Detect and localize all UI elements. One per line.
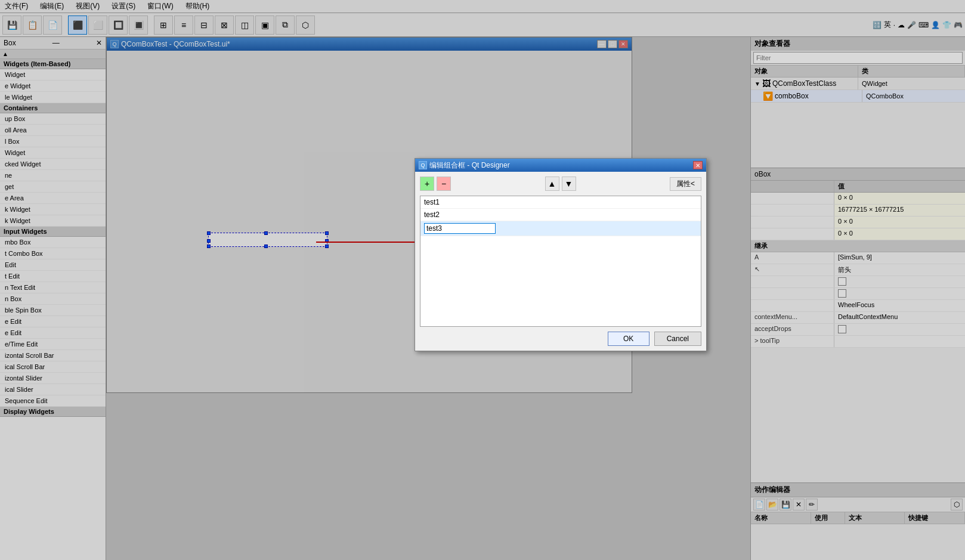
scroll-up-btn[interactable]: ▲ bbox=[0, 49, 11, 58]
expand-icon-0[interactable]: ▼ bbox=[754, 81, 760, 87]
widget-item-eedit[interactable]: e Edit bbox=[0, 316, 106, 327]
action-expand-btn[interactable]: ⬡ bbox=[951, 499, 963, 511]
prop-row-acceptdrops: acceptDrops bbox=[751, 324, 965, 336]
widget-item-hslider[interactable]: izontal Slider bbox=[0, 373, 106, 384]
canvas-combobox-widget[interactable] bbox=[208, 233, 327, 247]
widget-item-combobox[interactable]: mbo Box bbox=[0, 237, 106, 248]
action-open-btn[interactable]: 📂 bbox=[766, 499, 778, 511]
toolbar-layout4[interactable]: ⊠ bbox=[215, 16, 234, 35]
widget-item-ne[interactable]: ne bbox=[0, 170, 106, 181]
menu-edit[interactable]: 编辑(E) bbox=[38, 0, 66, 13]
widget-item-lbox[interactable]: l Box bbox=[0, 136, 106, 147]
widget-item-upbox[interactable]: up Box bbox=[0, 113, 106, 125]
prop-value-check1[interactable] bbox=[834, 276, 965, 287]
widget-item-eedit2[interactable]: e Edit bbox=[0, 327, 106, 339]
toolbar-btn4[interactable]: 🔳 bbox=[129, 16, 148, 35]
prop-name-font: A bbox=[751, 252, 834, 264]
dialog-list-item-1[interactable]: test2 bbox=[420, 209, 701, 221]
widget-item-widget1[interactable]: Widget bbox=[0, 69, 106, 81]
obj-inspector-filter-input[interactable] bbox=[753, 52, 963, 64]
menu-window[interactable]: 窗口(W) bbox=[145, 0, 175, 13]
dialog-body: + − ▲ ▼ 属性< test1 test2 OK Cancel bbox=[415, 172, 706, 351]
widget-item-seqedit[interactable]: Sequence Edit bbox=[0, 395, 106, 407]
menu-file[interactable]: 文件(F) bbox=[2, 0, 30, 13]
toolbar-new[interactable]: 📄 bbox=[43, 16, 62, 35]
widget-item-get[interactable]: get bbox=[0, 181, 106, 193]
toolbar-layout6[interactable]: ▣ bbox=[255, 16, 274, 35]
action-edit-btn[interactable]: ✏ bbox=[806, 499, 818, 511]
toolbar-btn2[interactable]: ⬜ bbox=[88, 16, 107, 35]
widget-item-hscrollbar[interactable]: izontal Scroll Bar bbox=[0, 350, 106, 361]
dialog-titlebar: Q 编辑组合框 - Qt Designer ✕ bbox=[415, 159, 706, 172]
widget-item-tcombobox[interactable]: t Combo Box bbox=[0, 248, 106, 259]
obj-row-0[interactable]: ▼ 🖼 QComBoxTestClass QWidget bbox=[751, 78, 965, 90]
toolbar-save[interactable]: 💾 bbox=[2, 16, 21, 35]
toolbar-layout3[interactable]: ⊟ bbox=[194, 16, 214, 35]
checkbox-2[interactable] bbox=[838, 289, 846, 298]
obj-row-1[interactable]: 🔽 comboBox QComboBox bbox=[751, 90, 965, 103]
dialog-list-item-0[interactable]: test1 bbox=[420, 196, 701, 209]
action-save-btn[interactable]: 💾 bbox=[780, 499, 791, 511]
menu-help[interactable]: 帮助(H) bbox=[183, 0, 212, 13]
toolbar-btn3[interactable]: 🔲 bbox=[109, 16, 128, 35]
dialog-item-list[interactable]: test1 test2 bbox=[420, 196, 701, 327]
prop-value-check2[interactable] bbox=[834, 288, 965, 299]
widget-item-ntextedit[interactable]: n Text Edit bbox=[0, 282, 106, 293]
dialog-move-down-btn[interactable]: ▼ bbox=[562, 177, 576, 191]
widget-item-stackedwidget[interactable]: cked Widget bbox=[0, 159, 106, 170]
toolbar-select[interactable]: ⬛ bbox=[68, 16, 87, 35]
widget-item-tedit[interactable]: t Edit bbox=[0, 271, 106, 282]
widget-item-doublespinbox[interactable]: ble Spin Box bbox=[0, 305, 106, 316]
minimize-icon[interactable]: — bbox=[52, 39, 60, 47]
widget-item-kwidget1[interactable]: k Widget bbox=[0, 204, 106, 215]
edit-combobox-dialog[interactable]: Q 编辑组合框 - Qt Designer ✕ + − ▲ ▼ 属性< test… bbox=[415, 158, 707, 351]
dialog-cancel-button[interactable]: Cancel bbox=[654, 332, 701, 346]
qt-window-close[interactable]: ✕ bbox=[618, 40, 628, 48]
prop-row-1: 16777215 × 16777215 bbox=[751, 205, 965, 216]
action-new-btn[interactable]: 📄 bbox=[753, 499, 765, 511]
dialog-list-item-2[interactable] bbox=[420, 221, 701, 236]
prop-value-acceptdrops[interactable] bbox=[834, 324, 965, 335]
action-delete-btn[interactable]: ✕ bbox=[793, 499, 805, 511]
qt-window-restore[interactable]: □ bbox=[608, 40, 617, 48]
toolbar-layout5[interactable]: ◫ bbox=[235, 16, 254, 35]
dialog-move-up-btn[interactable]: ▲ bbox=[545, 177, 559, 191]
ime-icon9: 🎮 bbox=[954, 21, 963, 29]
prop-value-1: 16777215 × 16777215 bbox=[834, 205, 965, 216]
prop-row-2: 0 × 0 bbox=[751, 216, 965, 228]
toolbar-copy[interactable]: 📋 bbox=[23, 16, 42, 35]
prop-name-2 bbox=[751, 216, 834, 228]
menu-settings[interactable]: 设置(S) bbox=[109, 0, 138, 13]
widget-item-lewidget[interactable]: le Widget bbox=[0, 92, 106, 103]
widget-item-datetimeedit[interactable]: e/Time Edit bbox=[0, 339, 106, 350]
toolbar-layout8[interactable]: ⬡ bbox=[296, 16, 315, 35]
widget-item-vslider[interactable]: ical Slider bbox=[0, 384, 106, 395]
toolbar-layout7[interactable]: ⧉ bbox=[276, 16, 295, 35]
category-display: Display Widgets bbox=[0, 407, 106, 417]
checkbox-1[interactable] bbox=[838, 277, 846, 286]
widget-item-earea[interactable]: e Area bbox=[0, 193, 106, 204]
menu-view[interactable]: 视图(V) bbox=[73, 0, 102, 13]
widget-item-scrollarea[interactable]: oll Area bbox=[0, 125, 106, 136]
prop-name-tooltip: > toolTip bbox=[751, 336, 834, 347]
dialog-remove-item-btn[interactable]: − bbox=[437, 177, 451, 191]
close-icon[interactable]: ✕ bbox=[96, 39, 102, 47]
checkbox-acceptdrops[interactable] bbox=[838, 325, 846, 333]
dialog-ok-button[interactable]: OK bbox=[608, 332, 649, 346]
dialog-close-button[interactable]: ✕ bbox=[693, 161, 703, 169]
widget-item-vscrollbar[interactable]: ical Scroll Bar bbox=[0, 361, 106, 373]
toolbar-layout1[interactable]: ⊞ bbox=[154, 16, 173, 35]
toolbar-layout2[interactable]: ≡ bbox=[174, 16, 193, 35]
widget-item-nbox[interactable]: n Box bbox=[0, 293, 106, 305]
dialog-add-item-btn[interactable]: + bbox=[420, 177, 434, 191]
prop-value-3: 0 × 0 bbox=[834, 228, 965, 240]
qt-window-minimize[interactable]: — bbox=[597, 40, 607, 48]
dialog-list-item-edit-input[interactable] bbox=[424, 223, 496, 234]
handle-tl bbox=[207, 231, 211, 235]
widget-item-kwidget2[interactable]: k Widget bbox=[0, 215, 106, 227]
widget-item-edit1[interactable]: Edit bbox=[0, 259, 106, 271]
widget-item-ewidget[interactable]: e Widget bbox=[0, 81, 106, 92]
ime-icon1: 🔠 bbox=[873, 21, 882, 29]
dialog-attr-btn[interactable]: 属性< bbox=[670, 177, 701, 191]
widget-item-widget2[interactable]: Widget bbox=[0, 147, 106, 159]
